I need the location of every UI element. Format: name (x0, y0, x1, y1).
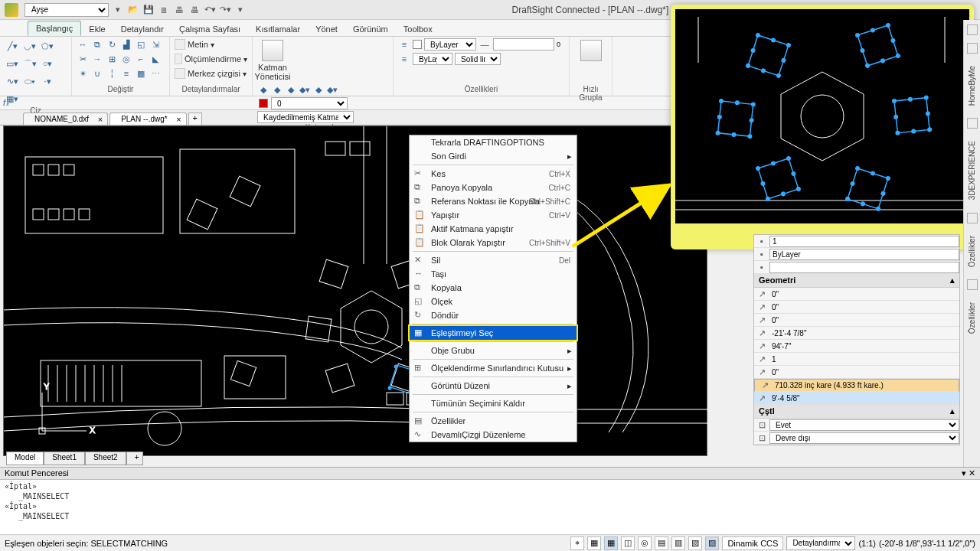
break-icon[interactable]: ╎ (106, 67, 118, 80)
layer-icon-4[interactable]: ◆▾ (299, 83, 311, 96)
polygon-icon[interactable]: ⬠▾ (40, 38, 55, 54)
array-icon[interactable]: ⊞ (106, 53, 118, 65)
geo-val-8[interactable]: 9'-4 5/8" (769, 394, 959, 403)
status-detay-select[interactable]: Detaylandırma (786, 536, 855, 550)
qat-new-icon[interactable]: ▾ (112, 4, 124, 16)
ribbon-tab-7[interactable]: Toolbox (396, 22, 440, 36)
bylayer-select[interactable]: ByLayer (413, 53, 452, 65)
fillet-icon[interactable]: ⌐ (135, 53, 147, 65)
qp-icon[interactable]: ▧ (688, 536, 702, 550)
menu-item-10[interactable]: ✕SilDel (410, 253, 577, 267)
menu-item-4[interactable]: ⧉Panoya KopyalaCtrl+C (410, 181, 577, 194)
weight-slider[interactable] (493, 38, 554, 51)
layer-icon-2[interactable]: ◆ (271, 83, 283, 96)
align-icon[interactable]: ≡ (120, 67, 132, 80)
lineweight-icon[interactable]: ≡ (398, 38, 410, 51)
etrack-icon[interactable]: ▤ (655, 536, 668, 550)
layer-icon-6[interactable]: ◆▾ (326, 83, 338, 96)
menu-item-11[interactable]: ↔Taşı (410, 267, 577, 281)
chamfer-icon[interactable]: ◣ (149, 53, 162, 65)
props-cst-header[interactable]: Çştl▴ (754, 405, 959, 419)
ribbon-tab-1[interactable]: Ekle (81, 22, 113, 36)
qat-print-icon[interactable]: 🖶 (173, 4, 185, 16)
prop-input-2[interactable] (769, 262, 959, 273)
menu-item-20[interactable]: ⊞Ölçeklendirme Sınırlandırıcı Kutusu▸ (410, 361, 577, 375)
menu-item-3[interactable]: ✂KesCtrl+X (410, 167, 577, 181)
geo-val-6[interactable]: 0" (769, 368, 959, 377)
layer-icon-3[interactable]: ◆ (285, 83, 297, 96)
hatch-icon[interactable]: ▩ (135, 67, 147, 80)
side-icon-4[interactable] (967, 213, 978, 223)
arc-icon[interactable]: ⌒▾ (22, 56, 38, 71)
extend-icon[interactable]: → (91, 53, 103, 65)
polyline-icon[interactable]: ◡▾ (22, 38, 38, 54)
side-icon-5[interactable] (967, 279, 978, 290)
menu-item-18[interactable]: Obje Grubu▸ (410, 344, 577, 357)
layer-manager-button[interactable]: Katman Yöneticisi (257, 38, 288, 81)
qat-undo-icon[interactable]: ↶▾ (204, 4, 216, 16)
geo-val-4[interactable]: 94'-7" (769, 342, 959, 350)
menu-item-16[interactable]: ▦Eşleştirmeyi Seç (410, 326, 577, 340)
rotate-icon[interactable]: ↻ (106, 38, 118, 51)
grid-icon[interactable]: ▦ (587, 536, 601, 550)
menu-item-7[interactable]: 📋Aktif Katmana yapıştır (410, 222, 577, 236)
sheet-tab-2[interactable]: Sheet2 (85, 452, 126, 465)
side-tab-3dx[interactable]: 3DEXPERIENCE (966, 136, 978, 204)
trim-icon[interactable]: ✂ (77, 53, 89, 65)
menu-item-5[interactable]: ⧉Referans Noktası ile KopyalaCtrl+Shift+… (410, 194, 577, 208)
color-swatch[interactable] (413, 40, 422, 49)
polar-icon[interactable]: ◫ (621, 536, 635, 550)
prop-input-1[interactable] (769, 249, 959, 260)
centerline-tool[interactable]: Merkez çizgisi▾ (175, 67, 247, 80)
doc-tab-1[interactable]: PLAN --.dwg*× (109, 112, 187, 125)
menu-item-26[interactable]: ▤Özellikler (410, 414, 577, 428)
add-doc-tab[interactable]: + (188, 112, 202, 125)
snap-icon[interactable]: ⌖ (570, 536, 584, 550)
scale-icon[interactable]: ◱ (135, 38, 147, 51)
side-icon-1[interactable] (967, 24, 978, 35)
qat-more-icon[interactable]: ▾ (234, 4, 247, 16)
menu-item-6[interactable]: 📋YapıştırCtrl+V (410, 208, 577, 222)
copy-icon[interactable]: ⧉ (91, 38, 103, 51)
doc-close-icon[interactable]: × (176, 115, 181, 124)
geo-val-0[interactable]: 0" (769, 290, 959, 298)
point-icon[interactable]: ·▾ (40, 73, 55, 89)
ribbon-tab-2[interactable]: Detaylandır (113, 22, 172, 36)
ribbon-tab-0[interactable]: Başlangıç (28, 21, 81, 36)
ribbon-tab-5[interactable]: Yönet (308, 22, 345, 36)
workspace-select[interactable]: Ayşe (24, 3, 109, 17)
ltype-btn-icon[interactable]: ≡ (398, 53, 410, 65)
ellipse-icon[interactable]: ⬭▾ (22, 73, 38, 89)
qat-open-icon[interactable]: 📂 (127, 4, 139, 16)
linestyle-select[interactable]: Solid line (455, 53, 501, 65)
menu-item-12[interactable]: ⧉Kopyala (410, 281, 577, 295)
more-mod-icon[interactable]: ⋯ (149, 67, 162, 80)
move-icon[interactable]: ↔ (77, 38, 89, 51)
sheet-tab-1[interactable]: Sheet1 (44, 452, 85, 465)
qat-preview-icon[interactable]: 🖶 (188, 4, 201, 16)
side-icon-3[interactable] (967, 118, 978, 129)
line-icon[interactable]: ╱▾ (5, 38, 20, 54)
dimension-tool[interactable]: Ölçümlendirme▾ (175, 53, 247, 65)
quickgroup-button[interactable] (574, 38, 608, 61)
menu-item-1[interactable]: Son Girdi▸ (410, 149, 577, 163)
cst-sel-0[interactable]: Evet (769, 419, 959, 431)
offset-icon[interactable]: ◎ (120, 53, 132, 65)
menu-item-24[interactable]: Tümünün Seçimini Kaldır (410, 396, 577, 410)
prop-input-0[interactable] (769, 236, 959, 247)
sheet-tab-0[interactable]: Model (6, 452, 44, 465)
layer-icon-1[interactable]: ◆ (257, 83, 270, 96)
menu-item-0[interactable]: Tekrarla DRAFTINGOPTIONS (410, 135, 577, 149)
lwt-icon[interactable]: ▥ (671, 536, 685, 550)
layer-state-select[interactable]: 0 (271, 97, 348, 109)
geo-val-7[interactable]: 710.328 inç kare (4.933 ft kare.) (773, 381, 956, 390)
side-icon-2[interactable] (967, 43, 978, 54)
doc-tab-0[interactable]: NONAME_0.dxf× (23, 112, 108, 125)
menu-item-14[interactable]: ↻Döndür (410, 308, 577, 322)
color-select[interactable]: ByLayer (424, 38, 476, 51)
fx-icon[interactable]: fₓ (3, 98, 15, 109)
geo-val-1[interactable]: 0" (769, 303, 959, 311)
status-dinamik[interactable]: Dinamik CCS (722, 536, 783, 550)
qat-save-icon[interactable]: 💾 (142, 4, 155, 16)
cst-sel-1[interactable]: Devre dışı (769, 432, 959, 444)
